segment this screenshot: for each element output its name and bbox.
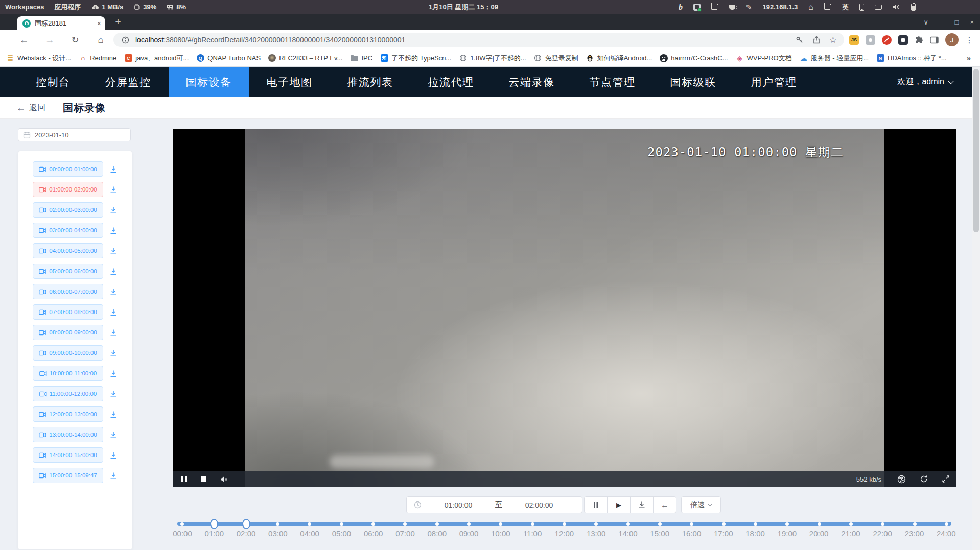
recording-range-button[interactable]: 15:00:00-15:09:47 <box>33 468 103 483</box>
recording-range-button[interactable]: 04:00:00-05:00:00 <box>33 243 103 258</box>
user-menu[interactable]: 欢迎，admin <box>897 67 953 97</box>
profile-avatar[interactable]: J <box>945 33 959 46</box>
caffeine-tray-icon[interactable] <box>729 5 735 10</box>
pen-tray-icon[interactable]: ✎ <box>746 4 752 11</box>
bookmark-android-build[interactable]: 如何编译Android... <box>586 54 652 63</box>
applications-menu[interactable]: 应用程序 <box>54 3 81 12</box>
workspaces-tray-icon[interactable] <box>826 4 831 10</box>
nav-item[interactable]: 控制台 <box>18 67 88 97</box>
nav-item[interactable]: 国标级联 <box>653 67 734 97</box>
date-picker-input[interactable]: 2023-01-10 <box>18 128 131 141</box>
playback-speed-dropdown[interactable]: 倍速 <box>681 496 721 513</box>
bookmark-18w[interactable]: 1.8W字|了不起的... <box>459 54 526 63</box>
adblock-extension-icon[interactable] <box>882 35 892 45</box>
snapshot-aperture-icon[interactable] <box>897 475 906 484</box>
home-tray-icon[interactable]: ⌂ <box>808 3 813 11</box>
browser-forward-button[interactable]: → <box>45 35 54 44</box>
site-info-icon[interactable] <box>122 36 129 44</box>
clock[interactable]: 1月10日 星期二 15：09 <box>415 0 512 14</box>
nav-item[interactable]: 推流列表 <box>330 67 411 97</box>
download-icon[interactable] <box>109 308 118 316</box>
bookmark-copy-free[interactable]: 免登录复制 <box>534 54 578 63</box>
download-icon[interactable] <box>109 165 118 173</box>
display-tray-icon[interactable] <box>875 5 882 10</box>
bookmark-java[interactable]: Cjava、android可... <box>124 54 189 63</box>
timeline-handle-start[interactable] <box>210 519 218 529</box>
input-language-indicator[interactable]: 英 <box>842 3 849 12</box>
browser-tab[interactable]: 国标28181 × <box>17 16 105 30</box>
nav-item[interactable]: 用户管理 <box>734 67 814 97</box>
download-icon[interactable] <box>109 349 118 357</box>
side-panel-icon[interactable] <box>930 36 939 44</box>
download-icon[interactable] <box>109 206 118 214</box>
passwords-key-icon[interactable] <box>796 36 804 44</box>
ip-address[interactable]: 192.168.1.3 <box>763 3 798 11</box>
window-maximize-button[interactable]: □ <box>955 18 959 26</box>
download-button[interactable] <box>631 497 654 513</box>
recording-range-button[interactable]: 00:00:00-01:00:00 <box>33 161 103 177</box>
share-icon[interactable] <box>812 36 821 44</box>
tab-search-icon[interactable]: ∨ <box>923 18 928 26</box>
download-icon[interactable] <box>109 247 118 255</box>
download-icon[interactable] <box>109 390 118 398</box>
workspaces-button[interactable]: Workspaces <box>5 3 44 11</box>
bookmark-zhihu-ts[interactable]: 知了不起的 TypeScri... <box>380 54 451 63</box>
back-button[interactable]: ← 返回 <box>16 103 45 113</box>
recording-range-button[interactable]: 02:00:00-03:00:00 <box>33 202 103 218</box>
video-player[interactable]: 2023-01-10 01:00:00 星期二 552 kb/s <box>173 129 956 487</box>
window-close-button[interactable]: × <box>970 18 974 26</box>
fullscreen-icon[interactable] <box>942 475 950 483</box>
bookmark-github-crash[interactable]: hairrrrr/C-CrashC... <box>660 54 728 62</box>
nav-item[interactable]: 国标设备 <box>169 67 249 97</box>
recording-range-button[interactable]: 11:00:00-12:00:00 <box>33 386 103 401</box>
download-icon[interactable] <box>109 370 118 377</box>
bookmarks-overflow-icon[interactable]: » <box>967 54 971 62</box>
time-range-input[interactable]: 01:00:00 至 02:00:00 <box>406 496 582 513</box>
recording-range-button[interactable]: 07:00:00-08:00:00 <box>33 304 103 320</box>
extensions-puzzle-icon[interactable] <box>915 36 923 44</box>
nav-item[interactable]: 电子地图 <box>249 67 330 97</box>
bookmark-wvp-docs[interactable]: ◈WVP-PRO文档 <box>736 54 792 63</box>
bookmark-ipc-folder[interactable]: IPC <box>350 54 372 62</box>
bookmark-hdatmos[interactable]: NHDAtmos :: 种子 *... <box>876 54 947 63</box>
clipboard-tray-icon[interactable] <box>713 4 718 10</box>
recording-range-button[interactable]: 08:00:00-09:00:00 <box>33 325 103 340</box>
bookmark-webstack[interactable]: ≣Webstack - 设计... <box>6 54 71 63</box>
start-time-value[interactable]: 01:00:00 <box>422 501 495 509</box>
recording-range-button[interactable]: 12:00:00-13:00:00 <box>33 406 103 422</box>
download-icon[interactable] <box>109 268 118 275</box>
browser-back-button[interactable]: ← <box>19 35 29 44</box>
play-button[interactable]: ▶ <box>608 497 631 513</box>
recording-range-button[interactable]: 01:00:00-02:00:00 <box>33 182 103 197</box>
scrollbar-thumb[interactable] <box>973 69 979 232</box>
nav-item[interactable]: 拉流代理 <box>411 67 492 97</box>
dark-extension-icon[interactable] <box>898 35 908 45</box>
bookmark-redmine[interactable]: ∩Redmine <box>79 54 116 62</box>
bookmark-rfc2833[interactable]: RFC2833 – RTP Ev... <box>268 54 342 62</box>
recording-range-button[interactable]: 06:00:00-07:00:00 <box>33 284 103 299</box>
bookmark-qnap[interactable]: QQNAP Turbo NAS <box>196 54 261 62</box>
recording-range-button[interactable]: 05:00:00-06:00:00 <box>33 264 103 279</box>
address-bar[interactable]: localhost:38080/#/gbRecordDetail/3402000… <box>113 33 844 47</box>
new-tab-button[interactable]: + <box>111 15 125 29</box>
download-icon[interactable] <box>109 186 118 194</box>
download-icon[interactable] <box>109 431 118 439</box>
nav-item[interactable]: 分屏监控 <box>88 67 169 97</box>
page-scrollbar[interactable] <box>972 67 980 550</box>
refresh-icon[interactable] <box>920 475 928 483</box>
bookmark-server[interactable]: ☁服务器 - 轻量应用... <box>800 54 869 63</box>
volume-tray-icon[interactable] <box>893 4 900 10</box>
download-icon[interactable] <box>109 288 118 296</box>
recording-range-button[interactable]: 13:00:00-14:00:00 <box>33 427 103 442</box>
recording-range-button[interactable]: 09:00:00-10:00:00 <box>33 345 103 361</box>
end-time-value[interactable]: 02:00:00 <box>502 501 576 509</box>
download-icon[interactable] <box>109 227 118 234</box>
pause-button[interactable] <box>585 497 608 513</box>
player-pause-button[interactable] <box>181 476 187 482</box>
bookmark-star-icon[interactable]: ☆ <box>829 36 837 44</box>
browser-home-button[interactable]: ⌂ <box>96 35 105 44</box>
gray-extension-icon[interactable] <box>866 35 875 45</box>
browser-reload-button[interactable]: ↻ <box>71 35 80 44</box>
nav-item[interactable]: 节点管理 <box>572 67 653 97</box>
tab-close-icon[interactable]: × <box>97 20 101 27</box>
